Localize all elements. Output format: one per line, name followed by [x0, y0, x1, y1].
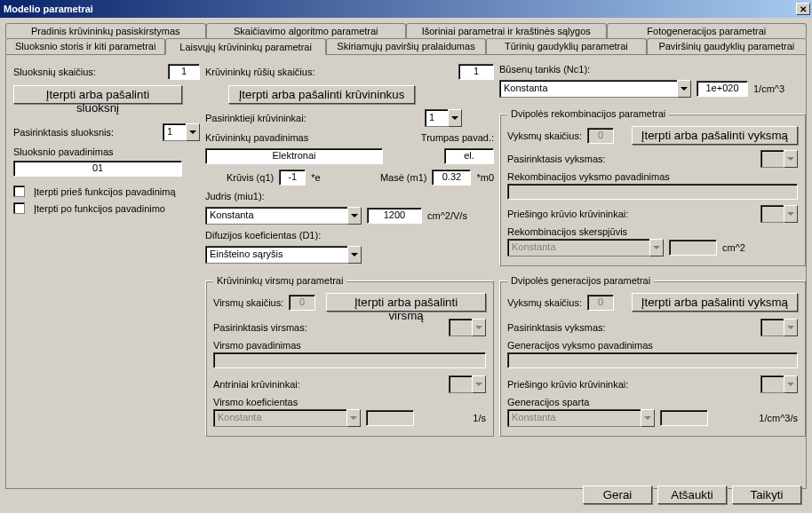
chevron-down-icon[interactable] [448, 109, 462, 127]
checkbox-after-fn-label: Įterpti po funkcijos pavadinimo [34, 203, 165, 214]
chevron-down-icon [641, 409, 655, 427]
short-name-input[interactable]: el. [444, 148, 494, 164]
chevron-down-icon[interactable] [347, 246, 362, 264]
trans-count-input[interactable]: 0 [289, 295, 315, 311]
chevron-down-icon [784, 319, 798, 336]
mobility-select[interactable]: Konstanta [205, 207, 362, 225]
checkbox-before-fn[interactable] [13, 185, 25, 197]
selected-layer-select[interactable]: 1 [163, 123, 200, 141]
tab-panel: Sluoksnių skaičius: 1 Įterpti arba pašal… [5, 54, 807, 489]
mass-input[interactable]: 0.32 [432, 170, 471, 185]
apply-button[interactable]: Taikyti [732, 485, 801, 504]
transformation-group: Krūvininkų virsmų parametrai Virsmų skai… [205, 275, 494, 437]
mobility-value-input[interactable]: 1200 [367, 208, 422, 224]
carrier-types-label: Krūvininkų rūšių skaičius: [205, 67, 315, 77]
checkbox-before-fn-label: Įterpti prieš funkcijos pavadinimą [34, 186, 176, 197]
gen-sel-select[interactable] [760, 319, 798, 336]
mass-unit: *m0 [476, 172, 494, 183]
gen-name-input [507, 352, 798, 368]
layer-name-input[interactable]: 01 [13, 161, 182, 177]
chevron-down-icon[interactable] [677, 80, 691, 98]
gen-name-label: Generacijos vyksmo pavadinimas [507, 340, 798, 351]
insert-remove-layer-button[interactable]: Įterpti arba pašalinti sluoksnį [13, 85, 182, 104]
trans-insert-button[interactable]: Įterpti arba pašalinti virsmą [326, 293, 486, 312]
right-column: Būsenų tankis (Nc1): Konstanta 1e+020 1/… [499, 64, 806, 266]
checkbox-after-fn[interactable] [13, 202, 25, 214]
tab-volume-traps[interactable]: Tūrinių gaudyklių parametrai [486, 38, 646, 54]
tab-layer-thickness[interactable]: Sluoksnio storis ir kiti parametrai [5, 38, 165, 54]
trans-sel-label: Pasirinktasis virsmas: [213, 322, 307, 333]
selected-carriers-label: Pasirinktieji krūvininkai: [205, 113, 306, 123]
layer-count-input[interactable]: 1 [168, 64, 200, 80]
gen-count-input[interactable]: 0 [587, 295, 614, 311]
recomb-count-input[interactable]: 0 [587, 128, 614, 144]
dialog-buttons: Gerai Atšaukti Taikyti [583, 485, 801, 504]
recomb-insert-button[interactable]: Įterpti arba pašalinti vyksmą [632, 126, 798, 145]
trans-coef-unit: 1/s [473, 413, 486, 423]
gen-rate-value [660, 410, 708, 426]
short-name-label: Trumpas pavad.: [421, 132, 494, 143]
tab-external-boundary[interactable]: Išoriniai parametrai ir kraštinės sąlygo… [406, 23, 607, 38]
generation-group: Dvipolės generacijos parametrai Vyksmų s… [499, 275, 806, 437]
gen-opp-select[interactable] [760, 375, 798, 393]
insert-remove-carrier-button[interactable]: Įterpti arba pašalinti krūvininkus [228, 85, 415, 104]
recomb-count-label: Vyksmų skaičius: [507, 130, 582, 141]
recomb-name-label: Rekombinacijos vyksmo pavadinimas [507, 171, 798, 182]
diffusion-label: Difuzijos koeficientas (D1): [205, 230, 494, 241]
mass-label: Masė (m1) [380, 172, 427, 183]
carrier-types-input[interactable]: 1 [458, 64, 494, 80]
gen-opp-label: Priešingo krūvio krūvininkai: [507, 379, 628, 390]
charge-label: Krūvis (q1) [227, 172, 274, 183]
chevron-down-icon [472, 375, 486, 393]
dialog-content: Pradinis krūvininkų pasiskirstymas Skaič… [0, 18, 812, 494]
trans-sel-select[interactable] [449, 319, 486, 336]
close-icon[interactable]: ✕ [796, 3, 810, 15]
gen-count-label: Vyksmų skaičius: [507, 297, 582, 308]
tab-surface-traps[interactable]: Paviršinių gaudyklių parametrai [647, 38, 807, 54]
ok-button[interactable]: Gerai [583, 485, 652, 504]
selected-carriers-select[interactable]: 1 [425, 109, 462, 127]
tab-initial-distribution[interactable]: Pradinis krūvininkų pasiskirstymas [5, 23, 206, 38]
recomb-sel-select[interactable] [760, 150, 798, 168]
carrier-name-label: Krūvininkų pavadinimas [205, 132, 416, 143]
gen-sel-label: Pasirinktasis vyksmas: [507, 322, 606, 333]
trans-count-label: Virsmų skaičius: [213, 297, 283, 308]
gen-insert-button[interactable]: Įterpti arba pašalinti vyksmą [632, 293, 798, 312]
tab-free-carriers[interactable]: Laisvųjų krūvininkų parametrai [165, 38, 325, 55]
recomb-cs-select[interactable]: Konstanta [507, 239, 664, 256]
trans-coef-select[interactable]: Konstanta [213, 409, 361, 427]
chevron-down-icon [472, 319, 486, 336]
recomb-name-input [507, 184, 798, 200]
titlebar: Modelio parametrai ✕ [0, 0, 812, 18]
charge-unit: *e [311, 172, 320, 183]
window-title: Modelio parametrai [4, 4, 93, 14]
mobility-label: Judris (miu1): [205, 191, 494, 201]
trans-sec-label: Antriniai krūvininkai: [213, 379, 300, 390]
density-select[interactable]: Konstanta [499, 80, 691, 98]
selected-layer-label: Pasirinktasis sluoksnis: [13, 127, 114, 138]
gen-rate-select[interactable]: Konstanta [507, 409, 655, 427]
recombination-legend: Dvipolės rekombinacijos parametrai [507, 108, 669, 119]
trans-sec-select[interactable] [449, 375, 486, 393]
recomb-cs-unit: cm^2 [722, 242, 745, 253]
transformation-legend: Krūvininkų virsmų parametrai [213, 275, 346, 286]
gen-rate-label: Generacijos sparta [507, 397, 798, 407]
tab-algorithm-params[interactable]: Skaičiavimo algoritmo parametrai [206, 23, 407, 38]
chevron-down-icon[interactable] [186, 123, 200, 141]
tab-photogeneration[interactable]: Fotogeneracijos parametrai [607, 23, 808, 38]
carrier-name-input[interactable]: Elektronai [205, 148, 383, 164]
density-label: Būsenų tankis (Nc1): [499, 64, 806, 75]
diffusion-select[interactable]: Einšteino sąryšis [205, 246, 362, 264]
mobility-unit: cm^2/V/s [427, 210, 467, 221]
tab-interface-permeability[interactable]: Skiriamųjų paviršių pralaidumas [326, 38, 486, 54]
chevron-down-icon [784, 205, 798, 223]
density-value-input[interactable]: 1e+020 [697, 81, 748, 97]
chevron-down-icon[interactable] [347, 207, 362, 225]
trans-name-label: Virsmo pavadinimas [213, 340, 486, 351]
layer-name-label: Sluoksnio pavadinimas [13, 146, 200, 157]
recomb-opp-select[interactable] [760, 205, 798, 223]
cancel-button[interactable]: Atšaukti [657, 485, 727, 504]
charge-input[interactable]: -1 [279, 170, 306, 185]
chevron-down-icon [784, 150, 798, 168]
trans-coef-label: Virsmo koeficientas [213, 397, 486, 407]
